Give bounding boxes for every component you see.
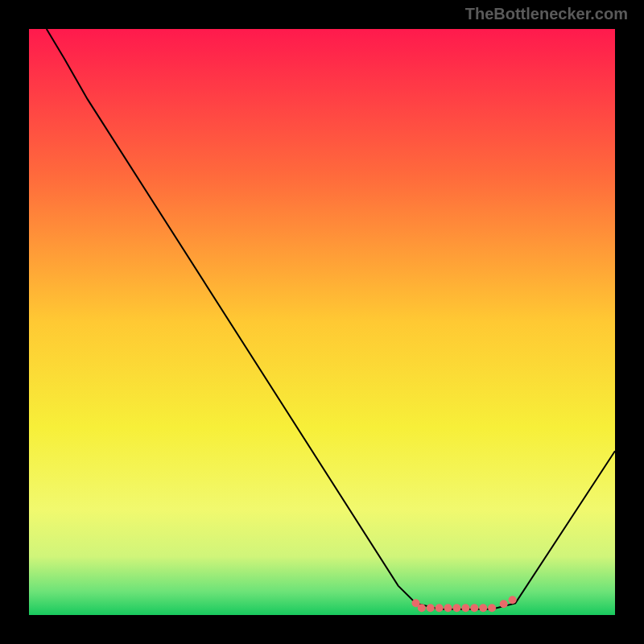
svg-point-7: [470, 604, 478, 612]
svg-point-5: [452, 604, 460, 612]
svg-point-3: [436, 604, 444, 612]
svg-point-1: [418, 604, 426, 612]
svg-point-11: [509, 596, 517, 604]
chart-area: [29, 29, 615, 615]
svg-point-6: [461, 604, 469, 612]
chart-svg: [29, 29, 615, 615]
chart-background: [29, 29, 615, 615]
watermark-text: TheBottlenecker.com: [465, 5, 628, 23]
svg-point-9: [488, 604, 496, 612]
svg-point-8: [479, 604, 487, 612]
svg-point-4: [444, 604, 452, 612]
svg-point-2: [427, 604, 435, 612]
svg-point-10: [500, 600, 508, 608]
